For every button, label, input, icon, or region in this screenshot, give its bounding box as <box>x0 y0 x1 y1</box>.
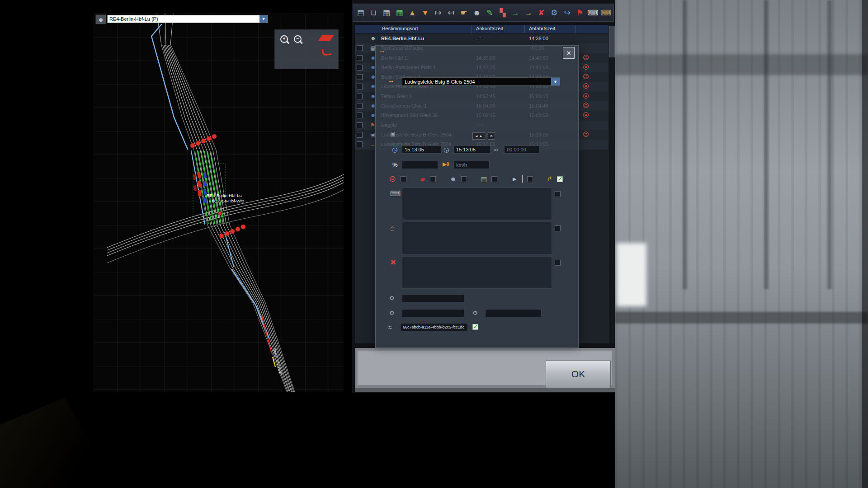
option-checkbox[interactable] <box>430 176 436 182</box>
return-arrow-icon[interactable]: ↱ <box>547 176 552 182</box>
settings-icon[interactable]: ⚙ <box>548 6 561 19</box>
track-field-2[interactable] <box>402 309 464 317</box>
announcement-icon[interactable]: ☹ <box>583 112 589 118</box>
route-arrow-icon: → <box>387 76 395 84</box>
time-stepper[interactable]: ◄ ► <box>472 132 485 140</box>
jump-icon[interactable]: ↪ <box>561 6 574 19</box>
import-icon[interactable]: ▲ <box>406 6 419 19</box>
row-checkbox[interactable] <box>357 84 363 89</box>
delete-icon[interactable]: ⊔ <box>368 6 380 19</box>
clear-time-button[interactable]: ✕ <box>488 132 495 140</box>
flag-icon[interactable]: ⚑ <box>574 6 586 19</box>
row-checkbox[interactable] <box>357 94 363 99</box>
close-icon[interactable]: ✕ <box>563 47 575 59</box>
row-checkbox[interactable] <box>357 65 363 70</box>
guid-checkbox[interactable] <box>472 324 478 330</box>
destination-value: Ludwigsfelde Bstg B Gleis 2504 <box>402 79 551 84</box>
shift-left-icon[interactable]: ↤ <box>445 6 458 19</box>
departure-cell[interactable]: 14:38:00 <box>529 36 548 41</box>
platform-stop-icon: ▣ <box>370 131 375 138</box>
row-checkbox[interactable] <box>357 74 363 80</box>
train-selector-value: RE4-Berlin-Hbf-Lu (P) <box>108 16 259 22</box>
shift-right-icon[interactable]: ↦ <box>432 6 444 19</box>
grid-icon[interactable]: ▦ <box>380 6 393 19</box>
guid-field[interactable]: 66c7ebcb-a11e-4bbb-b2c5-fcc1dc <box>400 323 468 331</box>
crossing-text-area[interactable] <box>402 256 552 289</box>
ok-button[interactable]: OK <box>546 360 611 388</box>
waveform-icon: ≈ <box>388 324 392 331</box>
departure-time-field[interactable]: 15:13:05 <box>453 145 491 154</box>
keypad-icon[interactable]: ⌨ <box>599 6 612 19</box>
announcement-icon[interactable]: ☹ <box>583 73 589 80</box>
option-checkbox[interactable] <box>527 176 533 182</box>
toolbar: ▤ ⊔ ▦ ▦ ▲ ▼ <box>353 4 614 22</box>
announcement-icon[interactable]: ☹ <box>583 93 589 99</box>
row-checkbox[interactable] <box>357 122 363 128</box>
crossing-checkbox[interactable] <box>555 260 561 266</box>
announcement-icon[interactable]: ☹ <box>583 131 589 138</box>
dwell-time-field[interactable]: 00:00:00 <box>504 145 539 154</box>
toolbar-glyph: ↤ <box>448 9 454 17</box>
save-icon[interactable]: ▤ <box>354 6 367 19</box>
announcement-icon[interactable]: ☹ <box>389 176 396 182</box>
row-checkbox[interactable] <box>357 132 363 138</box>
stepper-left-icon[interactable]: ◄ <box>475 134 478 138</box>
grid-add-icon[interactable]: ▦ <box>393 6 406 19</box>
option-checkbox[interactable] <box>557 176 563 182</box>
destination-cell[interactable]: RE4-Berlin-Hbf-Lu <box>381 36 424 41</box>
row-checkbox[interactable] <box>357 141 363 147</box>
zoom-in-button[interactable]: + <box>279 34 290 45</box>
scene-platform <box>615 312 868 324</box>
toolbar-glyph: → <box>512 9 519 17</box>
announcement-icon[interactable]: ☹ <box>583 83 589 89</box>
edit-schedule-icon[interactable]: ✎ <box>483 6 496 19</box>
percent-field[interactable] <box>402 161 438 169</box>
keyboard-icon[interactable]: ⌨ <box>587 6 599 19</box>
announcement-icon[interactable]: ☹ <box>583 102 589 109</box>
option-checkbox[interactable] <box>401 176 406 182</box>
cancel-icon[interactable]: ✘ <box>535 6 548 19</box>
row-checkbox[interactable] <box>357 113 363 118</box>
stepper-right-icon[interactable]: ► <box>479 134 483 138</box>
destination-dropdown[interactable]: Ludwigsfelde Bstg B Gleis 2504 ▼ <box>402 77 560 86</box>
export-icon[interactable]: ▼ <box>419 6 432 19</box>
red-signal-shape-icon[interactable] <box>318 35 334 41</box>
row-checkbox[interactable] <box>357 103 363 109</box>
chevron-down-icon[interactable]: ▼ <box>551 78 560 85</box>
step-forward-icon[interactable]: ►▕ <box>511 176 523 182</box>
speed-field[interactable]: km/h <box>453 161 490 169</box>
announcement-text-area[interactable] <box>402 188 552 220</box>
row-checkbox[interactable] <box>357 55 363 61</box>
platform-text-area[interactable] <box>402 222 552 254</box>
train-label-line2: tlC2354-Hbf-Witt <box>212 198 244 203</box>
toolbar-glyph: ↦ <box>435 9 441 17</box>
go-green-icon[interactable]: → <box>509 6 522 19</box>
seat-icon[interactable]: ▰ <box>420 176 425 182</box>
announcement-icon[interactable]: ☹ <box>583 64 589 70</box>
announcement-icon[interactable]: ☹ <box>583 54 589 61</box>
track-map-panel: RE4-Berlin-Hbf-Lu tlC2354-Hbf-Witt Berli… <box>94 14 344 392</box>
row-checkbox[interactable] <box>357 45 363 51</box>
scrollbar-thumb[interactable] <box>609 26 615 57</box>
pages-icon[interactable]: ▤ <box>481 176 487 182</box>
toolbar-glyph: ☛ <box>461 9 467 17</box>
red-curve-shape-icon[interactable] <box>321 48 331 56</box>
chevron-down-icon[interactable]: ▼ <box>259 15 268 23</box>
robot-icon[interactable]: ☻ <box>450 176 457 182</box>
option-checkbox[interactable] <box>491 176 497 182</box>
train-selector-dropdown[interactable]: RE4-Berlin-Hbf-Lu (P) ▼ <box>107 15 268 23</box>
arrival-cell[interactable]: --:-- <box>476 36 484 41</box>
arrival-time-field[interactable]: 15:13:05 <box>402 145 442 154</box>
table-row[interactable]: ☻ RE4-Berlin-Hbf-Lu --:-- 14:38:00 ☹ <box>355 34 608 43</box>
vertical-scrollbar[interactable] <box>608 25 615 343</box>
tiles-icon[interactable]: ▚ <box>496 6 509 19</box>
track-field-3[interactable] <box>485 309 542 317</box>
keyboard-checkbox[interactable] <box>555 191 561 197</box>
go-yellow-icon[interactable]: → <box>522 6 535 19</box>
platform-checkbox[interactable] <box>555 225 561 231</box>
zoom-out-button[interactable]: − <box>293 34 304 45</box>
driver-icon[interactable]: ☻ <box>471 6 483 19</box>
track-field-1[interactable] <box>402 294 464 302</box>
option-checkbox[interactable] <box>461 176 467 182</box>
pointer-icon[interactable]: ☛ <box>458 6 470 19</box>
